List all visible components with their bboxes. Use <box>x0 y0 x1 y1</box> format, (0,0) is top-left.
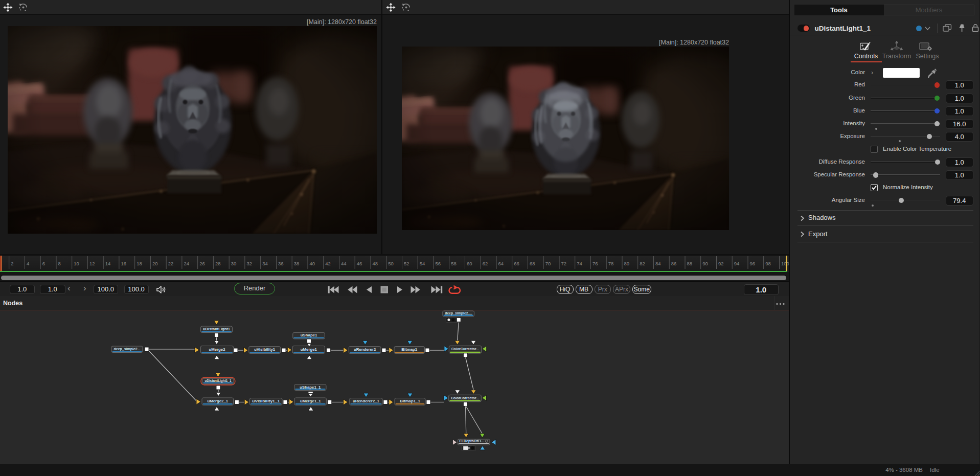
svg-text:40: 40 <box>310 261 315 266</box>
svg-text:14: 14 <box>105 261 111 266</box>
svg-text:24: 24 <box>184 261 189 266</box>
svg-text:68: 68 <box>530 261 535 266</box>
svg-text:30: 30 <box>231 261 237 266</box>
svg-text:78: 78 <box>608 261 614 266</box>
svg-text:70: 70 <box>545 261 551 266</box>
svg-text:94: 94 <box>734 261 740 266</box>
svg-text:uMerge2_1: uMerge2_1 <box>207 399 228 403</box>
svg-text:100: 100 <box>781 261 789 266</box>
svg-text:uMerge2: uMerge2 <box>209 347 225 352</box>
svg-text:52: 52 <box>404 261 409 266</box>
svg-text:34: 34 <box>262 261 268 266</box>
svg-text:32: 32 <box>246 261 252 266</box>
svg-text:ColorCorrector...: ColorCorrector... <box>451 347 479 351</box>
svg-text:Bitmap1: Bitmap1 <box>401 347 417 352</box>
svg-text:48: 48 <box>373 261 378 266</box>
svg-text:86: 86 <box>671 261 677 266</box>
svg-text:Bitmap1_1: Bitmap1_1 <box>400 399 420 403</box>
svg-text:90: 90 <box>702 261 708 266</box>
svg-text:FLDepthOfFi...: FLDepthOfFi... <box>460 439 484 443</box>
svg-text:uRenderer2_1: uRenderer2_1 <box>353 399 380 403</box>
svg-text:66: 66 <box>514 261 519 266</box>
svg-text:54: 54 <box>420 261 425 266</box>
svg-text:12: 12 <box>89 261 95 266</box>
svg-text:88: 88 <box>687 261 693 266</box>
svg-text:uMerge1_1: uMerge1_1 <box>300 399 321 403</box>
svg-text:10: 10 <box>74 261 79 266</box>
svg-text:60: 60 <box>467 261 472 266</box>
svg-text:6: 6 <box>42 261 45 266</box>
svg-text:72: 72 <box>561 261 567 266</box>
svg-text:4: 4 <box>27 261 29 266</box>
svg-text:uMerge1: uMerge1 <box>301 347 317 352</box>
svg-text:28: 28 <box>215 261 221 266</box>
svg-text:38: 38 <box>294 261 300 266</box>
svg-text:50: 50 <box>388 261 394 266</box>
svg-text:26: 26 <box>199 261 205 266</box>
svg-text:44: 44 <box>341 261 347 266</box>
svg-text:96: 96 <box>750 261 756 266</box>
svg-text:20: 20 <box>152 261 158 266</box>
svg-text:uVisibility1: uVisibility1 <box>254 347 276 352</box>
svg-text:74: 74 <box>577 261 582 266</box>
svg-text:8: 8 <box>58 261 61 266</box>
svg-text:76: 76 <box>592 261 598 266</box>
svg-text:64: 64 <box>498 261 504 266</box>
svg-text:uDistantLight1_1: uDistantLight1_1 <box>205 378 232 383</box>
svg-text:98: 98 <box>765 261 771 266</box>
svg-text:uShape1_1: uShape1_1 <box>300 385 321 390</box>
svg-text:deep_simple2...: deep_simple2... <box>114 347 141 351</box>
svg-text:62: 62 <box>483 261 488 266</box>
svg-text:80: 80 <box>624 261 630 266</box>
svg-text:18: 18 <box>136 261 142 266</box>
svg-text:46: 46 <box>357 261 362 266</box>
svg-text:uVisibility1_1: uVisibility1_1 <box>252 399 280 403</box>
svg-text:16: 16 <box>121 261 126 266</box>
svg-text:36: 36 <box>278 261 284 266</box>
svg-text:2: 2 <box>11 261 13 266</box>
svg-text:uShape1: uShape1 <box>301 333 317 337</box>
svg-text:56: 56 <box>436 261 441 266</box>
svg-text:82: 82 <box>640 261 645 266</box>
svg-text:22: 22 <box>168 261 174 266</box>
svg-text:92: 92 <box>718 261 724 266</box>
svg-text:42: 42 <box>325 261 331 266</box>
svg-text:uRenderer2: uRenderer2 <box>354 347 376 352</box>
svg-text:uDistantLight1: uDistantLight1 <box>203 327 230 331</box>
svg-text:deep_simple2....: deep_simple2.... <box>445 311 472 315</box>
svg-text:ColorCorrector...: ColorCorrector... <box>451 396 479 400</box>
svg-text:58: 58 <box>451 261 457 266</box>
svg-text:84: 84 <box>655 261 661 266</box>
